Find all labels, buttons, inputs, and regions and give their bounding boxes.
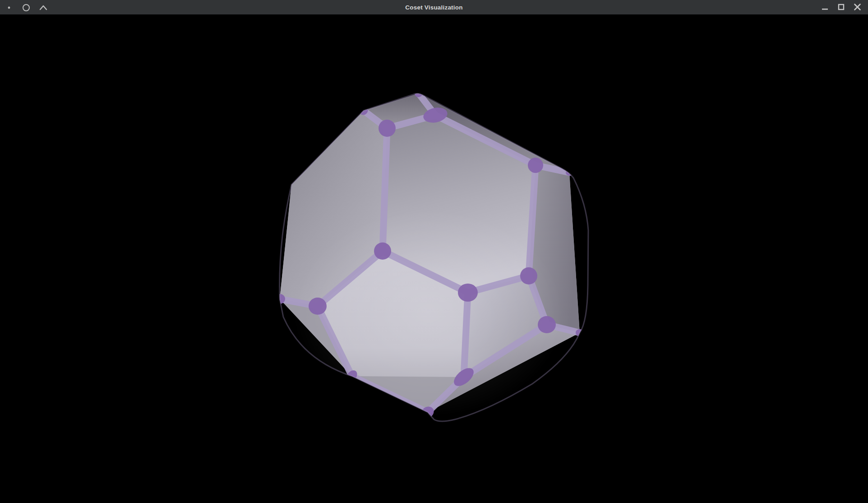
coset-3d-scene[interactable] xyxy=(0,14,868,503)
vertex-D xyxy=(309,298,327,315)
vertex-E xyxy=(458,284,478,302)
window-title: Coset Visualization xyxy=(0,4,868,11)
window-controls xyxy=(819,1,868,13)
specular-highlight xyxy=(293,209,564,416)
vertex-C xyxy=(374,242,391,260)
circle-icon[interactable] xyxy=(21,2,32,13)
vertex-A xyxy=(379,120,396,137)
titlebar-left-icons xyxy=(0,2,49,13)
chevron-up-icon[interactable] xyxy=(38,2,49,13)
polyhedron[interactable] xyxy=(274,88,584,420)
edge-K-E xyxy=(464,293,468,377)
minimize-button[interactable] xyxy=(819,1,831,13)
vertex-J xyxy=(538,316,556,333)
vertex-R1 xyxy=(566,169,573,176)
close-button[interactable] xyxy=(852,1,863,13)
edge-A-C xyxy=(383,128,387,251)
render-viewport xyxy=(0,14,868,503)
vertex-I xyxy=(520,267,537,284)
maximize-button[interactable] xyxy=(836,1,847,13)
vertex-H xyxy=(528,158,543,173)
dot-icon[interactable] xyxy=(4,2,14,13)
app-window: Coset Visualization xyxy=(0,0,868,503)
titlebar: Coset Visualization xyxy=(0,0,868,14)
